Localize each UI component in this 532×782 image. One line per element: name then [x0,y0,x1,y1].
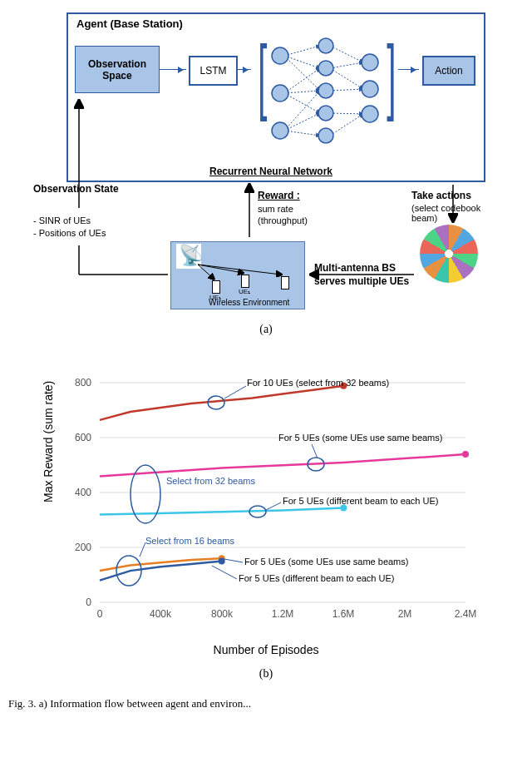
svg-point-22 [318,128,333,143]
chart-svg: 0 200 400 600 800 0 400k 800k 1.2M 1.6M … [50,353,482,661]
svg-point-15 [272,47,288,64]
observation-state-label: Observation State [33,183,119,195]
svg-line-3 [284,68,320,93]
svg-line-9 [330,46,363,62]
rnn-label: Recurrent Neural Network [209,166,332,177]
ue-label: UE₁ [239,288,250,295]
agent-title: Agent (Base Station) [76,17,183,30]
series-line [100,507,343,514]
svg-line-11 [330,89,363,91]
leader-line [224,559,243,562]
take-actions-items: (select codebook beam) [411,203,495,223]
codebook-beam-icon [420,225,478,283]
env-description: Multi-antenna BS serves multiple UEs [314,262,409,288]
chart-b: Max Reward (sum rate) 0 200 400 600 800 … [50,353,482,661]
action-box: Action [422,56,475,86]
env-desc-line: serves multiple UEs [314,275,409,289]
leader-line [312,444,318,458]
diagram-a: Agent (Base Station) Observation Space L… [33,8,499,316]
lstm-box: LSTM [189,56,238,86]
series-label: For 5 UEs (different beam to each UE) [283,496,439,506]
ue-icon [281,276,289,290]
leader-line [212,566,237,579]
svg-line-2 [284,56,320,91]
subfigure-label-a: (a) [8,323,524,336]
svg-line-13 [330,114,363,136]
leader-line [266,502,281,510]
bracket-icon: ] [387,33,396,116]
ue-icon [212,280,220,294]
tick-label: 800k [211,608,234,620]
env-desc-line: Multi-antenna BS [314,262,409,275]
series-label: For 5 UEs (some UEs use same beams) [244,557,408,567]
series-end-marker [462,451,469,458]
y-axis-label: Max Reward (sum rate) [42,381,55,502]
tick-label: 1.2M [272,608,294,620]
tick-label: 0 [86,596,91,608]
reward-label: Reward : [258,190,300,201]
obs-item: - SINR of UEs [33,215,106,227]
reward-item: sum rate [258,203,308,215]
tick-label: 2M [398,608,412,620]
tick-label: 2.4M [455,608,477,620]
svg-line-4 [284,91,320,93]
y-ticks: 0 200 400 600 800 [75,377,91,608]
base-station-icon: 📡 [179,244,204,267]
take-actions-label: Take actions [411,190,495,201]
svg-line-6 [284,113,320,131]
figure-a-container: Agent (Base Station) Observation Space L… [8,8,524,336]
svg-line-7 [284,131,320,136]
annotation-16-beams: Select from 16 beams [145,536,234,546]
obs-item: - Positions of UEs [33,227,106,240]
svg-line-10 [330,62,363,68]
x-axis-label: Number of Episodes [50,643,482,656]
subfigure-label-b: (b) [8,667,524,681]
tick-label: 1.6M [332,608,355,620]
series-label: For 5 UEs (different beam to each UE) [239,573,395,583]
svg-point-16 [272,85,288,101]
series-line [100,386,343,420]
tick-label: 400k [150,608,172,620]
tick-label: 600 [75,432,91,443]
tick-label: 800 [75,377,91,389]
annotation-32-beams: Select from 32 beams [166,476,255,486]
svg-point-23 [362,54,378,71]
observation-items: - SINR of UEs - Positions of UEs [33,215,106,240]
arrow-icon [398,69,419,70]
svg-point-19 [318,61,333,76]
tick-label: 200 [75,542,91,553]
series-label: For 5 UEs (some UEs use same beams) [278,433,442,443]
gridlines [100,383,466,602]
svg-line-0 [284,46,320,56]
series-line [100,454,466,476]
svg-point-24 [362,81,378,97]
tick-label: 0 [97,608,103,620]
tick-label: 400 [75,487,91,498]
x-ticks: 0 400k 800k 1.2M 1.6M 2M 2.4M [97,608,477,620]
figure-caption: Fig. 3. a) Information flow between agen… [8,697,524,710]
svg-point-20 [318,83,333,98]
series-end-marker [219,558,225,565]
ue-icon [241,275,249,288]
svg-point-18 [318,38,333,53]
svg-line-14 [330,68,363,89]
svg-point-25 [362,106,378,122]
reward-item: (throughput) [258,215,308,226]
svg-line-1 [284,56,320,68]
svg-line-12 [330,113,363,114]
observation-space-box: Observation Space [75,46,160,93]
leader-line [140,542,145,557]
series-label: For 10 UEs (select from 32 beams) [247,378,389,388]
svg-point-17 [272,122,288,139]
leader-line [224,386,246,398]
agent-box: Agent (Base Station) Observation Space L… [66,12,485,182]
reward-items: sum rate (throughput) [258,203,308,227]
ue-label: UE₁ [209,294,221,301]
neural-network-icon [247,31,397,156]
arrow-icon [160,69,186,70]
svg-point-21 [318,106,333,121]
svg-line-8 [284,91,320,131]
figure-b-container: Max Reward (sum rate) 0 200 400 600 800 … [8,353,524,681]
